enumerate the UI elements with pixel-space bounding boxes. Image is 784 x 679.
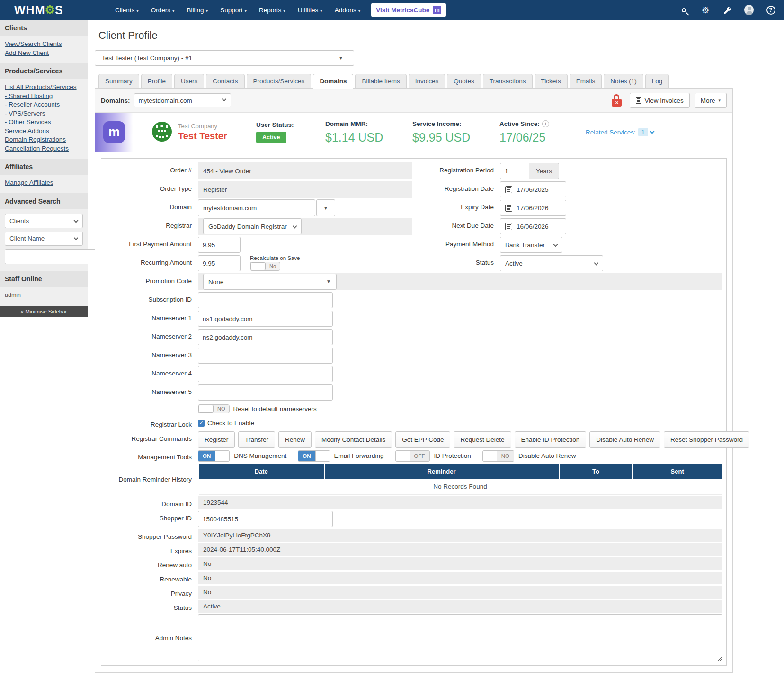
user-avatar-icon[interactable] xyxy=(744,5,754,15)
menu-clients[interactable]: Clients▾ xyxy=(109,1,145,19)
tab-notes[interactable]: Notes (1) xyxy=(604,74,643,89)
nameserver4-input[interactable] xyxy=(198,366,333,382)
command-enable-id-protection-button[interactable]: Enable ID Protection xyxy=(515,431,587,448)
tab-tickets[interactable]: Tickets xyxy=(535,74,568,89)
sidebar-link-manage-affiliates[interactable]: Manage Affiliates xyxy=(5,179,83,188)
tab-emails[interactable]: Emails xyxy=(570,74,602,89)
tab-quotes[interactable]: Quotes xyxy=(447,74,481,89)
more-button[interactable]: More▾ xyxy=(695,93,727,108)
admin-notes-textarea[interactable] xyxy=(198,614,722,661)
command-transfer-button[interactable]: Transfer xyxy=(238,431,275,448)
tab-invoices[interactable]: Invoices xyxy=(409,74,445,89)
next-due-date-input[interactable]: 16/06/2026 xyxy=(500,218,566,234)
registration-period-input[interactable] xyxy=(500,163,529,179)
whmcs-logo[interactable]: WHM⚙S xyxy=(14,3,109,17)
command-reset-shopper-password-button[interactable]: Reset Shopper Password xyxy=(664,431,749,448)
command-modify-contact-button[interactable]: Modify Contact Details xyxy=(315,431,392,448)
nameserver1-input[interactable] xyxy=(198,311,333,327)
recurring-amount-input[interactable] xyxy=(198,255,241,271)
nameserver3-input[interactable] xyxy=(198,348,333,364)
command-get-epp-button[interactable]: Get EPP Code xyxy=(395,431,450,448)
recalculate-label: Recalculate on Save xyxy=(250,255,300,261)
tab-log[interactable]: Log xyxy=(645,74,669,89)
tab-billable-items[interactable]: Billable Items xyxy=(355,74,406,89)
sidebar-link-reseller-accounts[interactable]: - Reseller Accounts xyxy=(5,100,83,109)
dns-management-label: DNS Management xyxy=(234,452,286,459)
payment-method-select[interactable]: Bank Transfer xyxy=(500,237,562,253)
domain-picker-select[interactable]: mytestdomain.com xyxy=(134,93,231,107)
registrar-select[interactable]: GoDaddy Domain Registrar xyxy=(203,218,302,234)
tab-products-services[interactable]: Products/Services xyxy=(247,74,312,89)
menu-billing[interactable]: Billing▾ xyxy=(181,1,214,19)
nameserver5-input[interactable] xyxy=(198,384,333,401)
domain-dropdown-button[interactable]: ▼ xyxy=(316,199,335,216)
sidebar-link-vps-servers[interactable]: - VPS/Servers xyxy=(5,109,83,118)
domain-mmr-value: $1.14 USD xyxy=(325,131,396,144)
sidebar-link-list-all-products[interactable]: List All Products/Services xyxy=(5,83,83,92)
sidebar-link-service-addons[interactable]: Service Addons xyxy=(5,127,83,136)
client-avatar xyxy=(152,122,172,143)
domain-input[interactable]: mytestdomain.com xyxy=(198,199,315,216)
info-icon[interactable]: i xyxy=(542,120,549,127)
disable-auto-renew-toggle[interactable]: NO xyxy=(482,450,514,462)
advanced-search-type-select[interactable]: Clients xyxy=(5,214,83,228)
reset-nameservers-toggle[interactable]: NO xyxy=(198,404,230,413)
search-icon[interactable] xyxy=(679,5,688,15)
recalculate-toggle[interactable]: No xyxy=(250,262,280,271)
command-request-delete-button[interactable]: Request Delete xyxy=(454,431,511,448)
delete-domain-lock-icon[interactable]: ✕ xyxy=(612,94,622,107)
disable-auto-renew-label: Disable Auto Renew xyxy=(518,452,576,459)
menu-support[interactable]: Support▾ xyxy=(214,1,253,19)
client-selector[interactable]: Test Tester (Test Company) - #1 ▼ xyxy=(95,50,354,66)
registration-date-input[interactable]: 17/06/2025 xyxy=(500,181,566,197)
registrar-lock-checkbox[interactable] xyxy=(198,420,205,427)
first-payment-input[interactable] xyxy=(198,237,241,253)
advanced-search-field-select[interactable]: Client Name xyxy=(5,232,83,246)
sidebar-link-add-new-client[interactable]: Add New Client xyxy=(5,49,83,58)
subscription-id-input[interactable] xyxy=(198,292,333,308)
promotion-code-select[interactable]: None▼ xyxy=(203,274,337,290)
wrench-icon[interactable] xyxy=(722,5,732,15)
menu-addons[interactable]: Addons▾ xyxy=(329,1,366,19)
sidebar: Clients View/Search Clients Add New Clie… xyxy=(0,20,88,679)
command-disable-auto-renew-button[interactable]: Disable Auto Renew xyxy=(589,431,660,448)
status-select[interactable]: Active xyxy=(500,255,603,271)
dns-management-toggle[interactable]: ON xyxy=(198,450,230,462)
client-name[interactable]: Test Tester xyxy=(178,131,256,142)
related-services-link[interactable]: Related Services: 1 xyxy=(586,128,654,136)
tab-summary[interactable]: Summary xyxy=(98,74,139,89)
menu-reports[interactable]: Reports▾ xyxy=(253,1,292,19)
sidebar-link-other-services[interactable]: - Other Services xyxy=(5,118,83,127)
command-renew-button[interactable]: Renew xyxy=(278,431,312,448)
tab-profile[interactable]: Profile xyxy=(141,74,172,89)
sidebar-link-shared-hosting[interactable]: - Shared Hosting xyxy=(5,92,83,101)
id-protection-toggle[interactable]: OFF xyxy=(395,450,430,462)
tab-domains[interactable]: Domains xyxy=(313,74,353,89)
sidebar-link-view-search-clients[interactable]: View/Search Clients xyxy=(5,40,83,49)
menu-utilities[interactable]: Utilities▾ xyxy=(292,1,329,19)
registrar-lock-checkbox-label: Check to Enable xyxy=(207,420,254,427)
sidebar-link-cancellation-requests[interactable]: Cancellation Requests xyxy=(5,144,83,153)
registrar-logo-strip: m xyxy=(95,113,133,152)
shopper-id-input[interactable] xyxy=(198,511,333,527)
metricscube-m-icon: m xyxy=(433,6,441,14)
nameserver1-label: Nameserver 1 xyxy=(105,310,198,327)
help-icon[interactable]: ? xyxy=(766,5,775,15)
tab-users[interactable]: Users xyxy=(174,74,204,89)
service-income-value: $9.95 USD xyxy=(412,131,483,144)
minimise-sidebar-button[interactable]: « Minimise Sidebar xyxy=(0,306,88,317)
nameserver2-input[interactable] xyxy=(198,329,333,345)
command-register-button[interactable]: Register xyxy=(198,431,235,448)
automation-gears-icon[interactable]: ⚙ xyxy=(701,5,710,15)
order-number-value[interactable]: 454 - View Order xyxy=(198,162,412,179)
tab-contacts[interactable]: Contacts xyxy=(206,74,244,89)
email-forwarding-toggle[interactable]: ON xyxy=(298,450,330,462)
tab-transactions[interactable]: Transactions xyxy=(483,74,533,89)
visit-metricscube-button[interactable]: Visit MetricsCube m xyxy=(371,3,446,17)
management-tools-label: Management Tools xyxy=(105,449,198,462)
sidebar-link-domain-registrations[interactable]: Domain Registrations xyxy=(5,135,83,144)
expiry-date-input[interactable]: 17/06/2026 xyxy=(500,200,566,216)
advanced-search-input[interactable] xyxy=(5,249,89,264)
view-invoices-button[interactable]: View Invoices xyxy=(630,93,689,108)
menu-orders[interactable]: Orders▾ xyxy=(145,1,181,19)
